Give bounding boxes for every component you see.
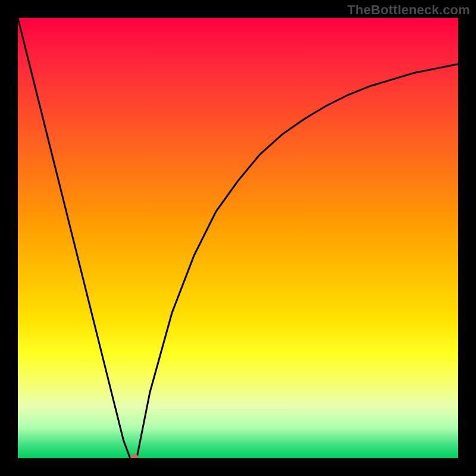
chart-frame: TheBottleneck.com: [0, 0, 476, 476]
curve-layer: [18, 18, 458, 458]
curve-right-branch: [137, 64, 458, 458]
marker-dot: [130, 454, 139, 458]
watermark-text: TheBottleneck.com: [347, 2, 470, 18]
curve-left-branch: [18, 18, 130, 458]
plot-area: [18, 18, 458, 458]
